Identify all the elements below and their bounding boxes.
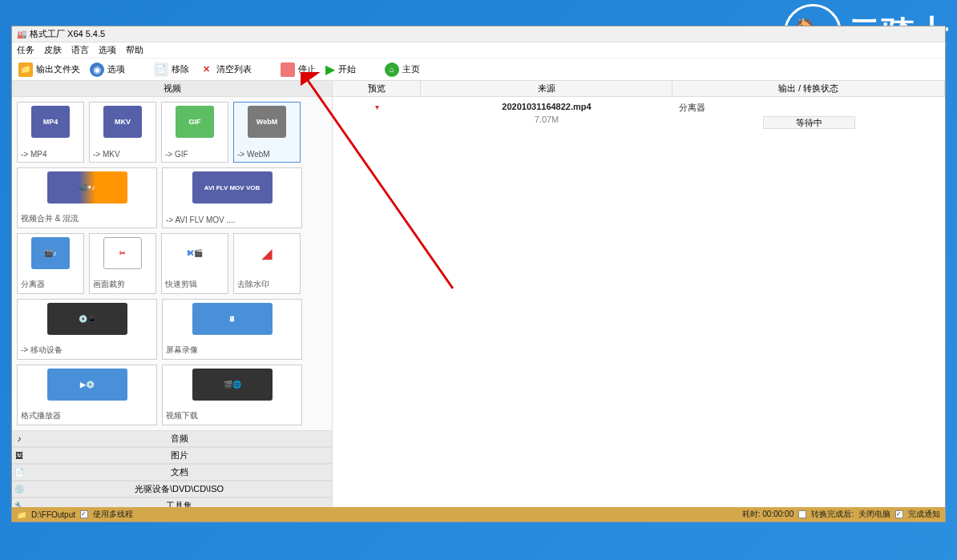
red-triangle-icon: ▾	[375, 103, 379, 111]
remove-button[interactable]: 📄 移除	[151, 61, 192, 79]
category-document[interactable]: 📄文档	[12, 464, 332, 481]
cell-source: 20201031164822.mp4 7.07M	[421, 100, 672, 131]
toolbar: 📁 输出文件夹 ◉ 选项 📄 移除 ✕ 清空列表 停止 ▶ 开始 ⌂ 主页	[12, 58, 945, 81]
format-mkv[interactable]: MKV -> MKV	[89, 102, 156, 163]
bottom-categories: ♪音频 🖼图片 📄文档 💿光驱设备\DVD\CD\ISO 🔧工具集	[12, 430, 332, 507]
cell-output: 分离器 等待中	[672, 100, 945, 131]
output-task: 分离器	[674, 102, 943, 114]
format-mobile[interactable]: 💿📱 -> 移动设备	[17, 299, 157, 360]
format-avi-flv-mov[interactable]: AVI FLV MOV VOB -> AVI FLV MOV ....	[162, 167, 302, 228]
menu-task[interactable]: 任务	[17, 44, 34, 56]
after-done-value: 关闭电脑	[858, 509, 890, 520]
start-label: 开始	[338, 63, 356, 75]
queue-column-headers: 预览 来源 输出 / 转换状态	[333, 81, 945, 97]
options-button[interactable]: ◉ 选项	[87, 61, 128, 79]
cell-preview: ▾	[333, 100, 421, 131]
category-tools[interactable]: 🔧工具集	[12, 498, 332, 507]
format-download[interactable]: 🎬🌐 视频下载	[162, 365, 302, 425]
folder-status-icon: 📁	[17, 510, 26, 519]
source-filename: 20201031164822.mp4	[422, 102, 671, 111]
after-done-label: 转换完成后:	[811, 509, 854, 520]
x-icon: ✕	[199, 62, 213, 77]
document-icon: 📄	[154, 62, 168, 77]
stop-label: 停止	[298, 63, 316, 75]
merge-icon: 📹+♪	[47, 171, 127, 203]
clear-list-label: 清空列表	[216, 63, 252, 75]
options-label: 选项	[107, 63, 125, 75]
menu-bar: 任务 皮肤 语言 选项 帮助	[12, 42, 945, 58]
format-separator[interactable]: 🎬♪ 分离器	[17, 233, 84, 294]
category-image[interactable]: 🖼图片	[12, 447, 332, 464]
format-mp4[interactable]: MP4 -> MP4	[17, 102, 84, 163]
remove-label: 移除	[172, 63, 189, 75]
home-label: 主页	[402, 63, 420, 75]
multithread-label: 使用多线程	[93, 509, 133, 520]
format-grid: MP4 -> MP4 MKV -> MKV GIF -> GIF WebM ->…	[12, 97, 332, 430]
queue-rows: ▾ 20201031164822.mp4 7.07M 分离器 等待中	[333, 97, 945, 507]
category-audio[interactable]: ♪音频	[12, 430, 332, 447]
format-player[interactable]: ▶💿 格式播放器	[17, 365, 157, 425]
stop-icon	[281, 62, 295, 77]
audio-icon: ♪	[12, 434, 26, 443]
col-preview[interactable]: 预览	[333, 81, 421, 96]
notify-label: 完成通知	[908, 509, 940, 520]
source-filesize: 7.07M	[422, 115, 671, 124]
col-output[interactable]: 输出 / 转换状态	[672, 81, 945, 96]
menu-skin[interactable]: 皮肤	[44, 44, 62, 56]
home-icon: ⌂	[385, 62, 399, 77]
elapsed-time: 耗时: 00:00:00	[742, 509, 793, 520]
globe-icon: ◉	[90, 62, 104, 77]
left-panel: 视频 MP4 -> MP4 MKV -> MKV GIF -> GIF WebM…	[12, 81, 333, 507]
format-merge[interactable]: 📹+♪ 视频合并 & 混流	[17, 167, 157, 228]
menu-language[interactable]: 语言	[71, 44, 89, 56]
right-panel: 预览 来源 输出 / 转换状态 ▾ 20201031164822.mp4 7.0…	[333, 81, 945, 507]
edit-icon: ✀🎬	[176, 237, 214, 269]
status-bar: 📁 D:\FFOutput 使用多线程 耗时: 00:00:00 转换完成后: …	[12, 507, 945, 522]
format-screen-record[interactable]: 🖥 屏幕录像	[162, 299, 302, 360]
multi-format-icon: AVI FLV MOV VOB	[192, 171, 273, 203]
format-gif[interactable]: GIF -> GIF	[161, 102, 228, 163]
format-webm[interactable]: WebM -> WebM	[233, 102, 301, 163]
output-folder-label: 输出文件夹	[36, 63, 80, 75]
disc-icon: 💿	[12, 485, 26, 494]
eraser-icon: ◢	[248, 237, 286, 269]
crop-icon: ✂	[103, 237, 142, 269]
output-status: 等待中	[763, 116, 855, 129]
window-title: 格式工厂 X64 5.4.5	[30, 28, 105, 40]
mkv-icon: MKV	[103, 106, 142, 138]
after-done-checkbox[interactable]	[798, 510, 806, 518]
screen-record-icon: 🖥	[192, 303, 273, 335]
start-button[interactable]: ▶ 开始	[322, 60, 359, 79]
category-video-header[interactable]: 视频	[12, 81, 332, 97]
app-window: 🏭 格式工厂 X64 5.4.5 任务 皮肤 语言 选项 帮助 📁 输出文件夹 …	[11, 26, 946, 522]
category-disc[interactable]: 💿光驱设备\DVD\CD\ISO	[12, 481, 332, 498]
notify-checkbox[interactable]	[895, 510, 903, 518]
mobile-icon: 💿📱	[47, 303, 127, 335]
format-crop[interactable]: ✂ 画面裁剪	[89, 233, 156, 294]
col-source[interactable]: 来源	[421, 81, 672, 96]
image-icon: 🖼	[12, 451, 26, 460]
player-icon: ▶💿	[47, 369, 127, 401]
output-folder-button[interactable]: 📁 输出文件夹	[15, 61, 83, 79]
output-path[interactable]: D:\FFOutput	[31, 510, 75, 519]
stop-button[interactable]: 停止	[277, 61, 319, 79]
multithread-checkbox[interactable]	[80, 510, 88, 518]
doc-cat-icon: 📄	[12, 468, 26, 477]
home-button[interactable]: ⌂ 主页	[382, 61, 423, 79]
format-remove-watermark[interactable]: ◢ 去除水印	[233, 233, 301, 294]
format-quick-edit[interactable]: ✀🎬 快速剪辑	[161, 233, 228, 294]
gif-icon: GIF	[176, 106, 214, 138]
webm-icon: WebM	[248, 106, 286, 138]
queue-row[interactable]: ▾ 20201031164822.mp4 7.07M 分离器 等待中	[333, 97, 945, 134]
separator-icon: 🎬♪	[31, 237, 70, 269]
menu-help[interactable]: 帮助	[126, 44, 143, 56]
title-bar[interactable]: 🏭 格式工厂 X64 5.4.5	[12, 26, 945, 42]
app-icon: 🏭	[17, 30, 26, 38]
menu-options[interactable]: 选项	[99, 44, 116, 56]
download-icon: 🎬🌐	[192, 369, 273, 401]
play-icon: ▶	[325, 62, 335, 77]
mp4-icon: MP4	[31, 106, 70, 138]
clear-list-button[interactable]: ✕ 清空列表	[196, 61, 255, 79]
tools-icon: 🔧	[12, 502, 26, 507]
main-content: 视频 MP4 -> MP4 MKV -> MKV GIF -> GIF WebM…	[12, 81, 945, 507]
